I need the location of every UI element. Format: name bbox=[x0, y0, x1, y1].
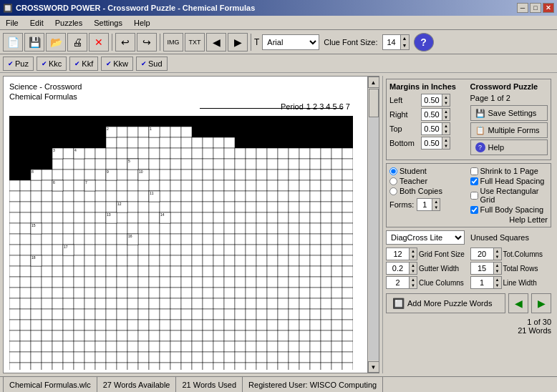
status-user: Registered User: WISCO Computing bbox=[248, 381, 377, 389]
shrink-checkbox[interactable] bbox=[470, 167, 478, 175]
cancel-button[interactable]: ✕ bbox=[89, 33, 109, 52]
full-body-label: Full Body Spacing bbox=[480, 205, 544, 214]
scroll-down-button[interactable]: ▼ bbox=[368, 361, 379, 373]
full-body-checkbox[interactable] bbox=[470, 206, 478, 214]
crossword-grid-container[interactable] bbox=[9, 116, 363, 370]
left-nav-button[interactable]: ◀ bbox=[206, 33, 226, 52]
crossword-info-section: Crossword Puzzle Page 1 of 2 💾 Save Sett… bbox=[470, 82, 548, 157]
tab-sud-label: Sud bbox=[148, 59, 163, 68]
menu-help[interactable]: Help bbox=[131, 17, 153, 29]
back-button[interactable]: ↩ bbox=[115, 33, 135, 52]
top-margin-input[interactable]: 0.50 ▲ ▼ bbox=[421, 122, 450, 135]
gw-up[interactable]: ▲ bbox=[409, 263, 417, 268]
text-button[interactable]: TXT bbox=[185, 33, 205, 52]
font-size-up[interactable]: ▲ bbox=[400, 35, 409, 42]
add-words-button[interactable]: 🔲 Add More Puzzle Words bbox=[386, 293, 505, 313]
forms-down[interactable]: ▼ bbox=[432, 205, 440, 210]
student-radio[interactable] bbox=[389, 167, 397, 175]
right-nav-button[interactable]: ▶ bbox=[228, 33, 248, 52]
tot-columns-input[interactable]: 20 ▲ ▼ bbox=[470, 248, 502, 260]
teacher-radio[interactable] bbox=[389, 177, 397, 185]
gw-down[interactable]: ▼ bbox=[409, 268, 417, 274]
left-up[interactable]: ▲ bbox=[442, 94, 450, 100]
print-button[interactable]: 🖨 bbox=[67, 33, 87, 52]
left-margin-input[interactable]: 0.50 ▲ ▼ bbox=[421, 94, 450, 107]
tab-kkw[interactable]: ✔ Kkw bbox=[101, 57, 133, 71]
scroll-up-button[interactable]: ▲ bbox=[368, 77, 379, 88]
font-select[interactable]: Arial bbox=[262, 34, 319, 50]
forms-input[interactable]: 1 ▲ ▼ bbox=[417, 198, 440, 211]
status-line2: 21 Words bbox=[518, 326, 551, 335]
font-size-down[interactable]: ▼ bbox=[400, 42, 409, 49]
save-icon: 💾 bbox=[475, 109, 485, 118]
gutter-width-input[interactable]: 0.2 ▲ ▼ bbox=[386, 262, 417, 275]
tr-down[interactable]: ▼ bbox=[493, 268, 501, 274]
forms-up[interactable]: ▲ bbox=[432, 199, 440, 205]
lw-up[interactable]: ▲ bbox=[493, 277, 501, 283]
minimize-button[interactable]: ─ bbox=[517, 3, 528, 13]
help-button[interactable]: ? Help bbox=[470, 139, 548, 155]
forms-label: Forms: bbox=[389, 200, 414, 209]
bottom-down[interactable]: ▼ bbox=[442, 143, 450, 149]
diagcross-select[interactable]: DiagCross Lite bbox=[386, 230, 465, 245]
scroll-thumb[interactable] bbox=[369, 89, 379, 117]
both-copies-radio[interactable] bbox=[389, 187, 397, 195]
tab-puz[interactable]: ✔ Puz bbox=[3, 57, 34, 71]
format-bar: ✔ Puz ✔ Kkc ✔ Kkf ✔ Kkw ✔ Sud bbox=[0, 54, 557, 73]
forward-button[interactable]: ↪ bbox=[137, 33, 157, 52]
top-up[interactable]: ▲ bbox=[442, 123, 450, 129]
next-nav-button[interactable]: ▶ bbox=[531, 293, 551, 313]
save-toolbar-button[interactable]: 💾 bbox=[24, 33, 44, 52]
puzzle-title1: Science - Crossword bbox=[9, 82, 373, 91]
full-head-checkbox[interactable] bbox=[470, 177, 478, 185]
new-button[interactable]: 📄 bbox=[3, 33, 23, 52]
prev-nav-button[interactable]: ◀ bbox=[508, 293, 528, 313]
scroll-bar[interactable]: ▲ ▼ bbox=[367, 77, 379, 373]
tab-kkf[interactable]: ✔ Kkf bbox=[69, 57, 98, 71]
app-icon: 🔲 bbox=[3, 4, 13, 13]
image-button[interactable]: IMG bbox=[163, 33, 183, 52]
left-down[interactable]: ▼ bbox=[442, 100, 450, 106]
rectangular-checkbox[interactable] bbox=[470, 192, 478, 200]
tab-kkc[interactable]: ✔ Kkc bbox=[37, 57, 67, 71]
multiple-forms-button[interactable]: 📋 Multiple Forms bbox=[470, 122, 548, 138]
full-head-label: Full Head Spacing bbox=[480, 177, 545, 185]
menu-edit[interactable]: Edit bbox=[27, 17, 47, 29]
cc-up[interactable]: ▲ bbox=[409, 277, 417, 283]
menu-file[interactable]: File bbox=[3, 17, 21, 29]
grid-font-size-input[interactable]: 12 ▲ ▼ bbox=[386, 248, 417, 260]
maximize-button[interactable]: □ bbox=[530, 3, 541, 13]
lw-down[interactable]: ▼ bbox=[493, 283, 501, 288]
menu-puzzles[interactable]: Puzzles bbox=[52, 17, 86, 29]
checkbox-options: Shrink to 1 Page Full Head Spacing Use R… bbox=[470, 167, 548, 214]
scroll-track[interactable] bbox=[369, 89, 379, 361]
tab-sud[interactable]: ✔ Sud bbox=[136, 57, 168, 71]
tc-up[interactable]: ▲ bbox=[493, 248, 501, 254]
menu-settings[interactable]: Settings bbox=[91, 17, 125, 29]
save-settings-button[interactable]: 💾 Save Settings bbox=[470, 105, 548, 121]
clue-font-size-input[interactable]: 14 ▲ ▼ bbox=[382, 34, 410, 50]
teacher-label: Teacher bbox=[399, 177, 427, 185]
right-margin-input[interactable]: 0.50 ▲ ▼ bbox=[421, 108, 450, 121]
line-width-input[interactable]: 1 ▲ ▼ bbox=[470, 276, 502, 289]
open-button[interactable]: 📂 bbox=[46, 33, 66, 52]
tc-down[interactable]: ▼ bbox=[493, 254, 501, 260]
total-rows-input[interactable]: 15 ▲ ▼ bbox=[470, 262, 502, 275]
bottom-up[interactable]: ▲ bbox=[442, 137, 450, 143]
right-margin-label: Right bbox=[389, 110, 418, 119]
tr-up[interactable]: ▲ bbox=[493, 263, 501, 268]
close-button[interactable]: ✕ bbox=[543, 3, 554, 13]
gfs-up[interactable]: ▲ bbox=[409, 248, 417, 254]
help-toolbar-button[interactable]: ? bbox=[414, 33, 434, 52]
bottom-margin-input[interactable]: 0.50 ▲ ▼ bbox=[421, 137, 450, 150]
cc-down[interactable]: ▼ bbox=[409, 283, 417, 288]
right-up[interactable]: ▲ bbox=[442, 109, 450, 114]
right-margin-value: 0.50 bbox=[422, 110, 442, 119]
top-down[interactable]: ▼ bbox=[442, 129, 450, 134]
tot-columns-value: 20 bbox=[471, 250, 493, 258]
clue-font-size-value: 14 bbox=[383, 38, 400, 46]
gfs-down[interactable]: ▼ bbox=[409, 254, 417, 260]
clue-columns-input[interactable]: 2 ▲ ▼ bbox=[386, 276, 417, 289]
right-down[interactable]: ▼ bbox=[442, 114, 450, 120]
grid-font-size-value: 12 bbox=[387, 250, 409, 258]
